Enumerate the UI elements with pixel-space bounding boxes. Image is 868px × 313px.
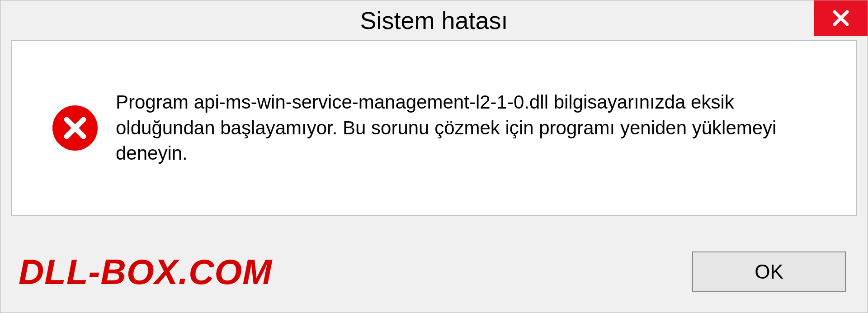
error-icon [52,105,98,151]
error-dialog: Sistem hatası Program api-ms-win-service… [0,0,868,313]
close-icon [831,9,850,28]
close-button[interactable] [814,0,868,36]
error-message: Program api-ms-win-service-management-l2… [116,90,843,166]
dialog-title: Sistem hatası [360,6,508,34]
ok-button[interactable]: OK [692,251,846,292]
watermark-text: DLL-BOX.COM [19,251,272,293]
content-area: Program api-ms-win-service-management-l2… [11,40,857,216]
titlebar: Sistem hatası [0,0,868,40]
dialog-footer: DLL-BOX.COM OK [0,231,868,313]
